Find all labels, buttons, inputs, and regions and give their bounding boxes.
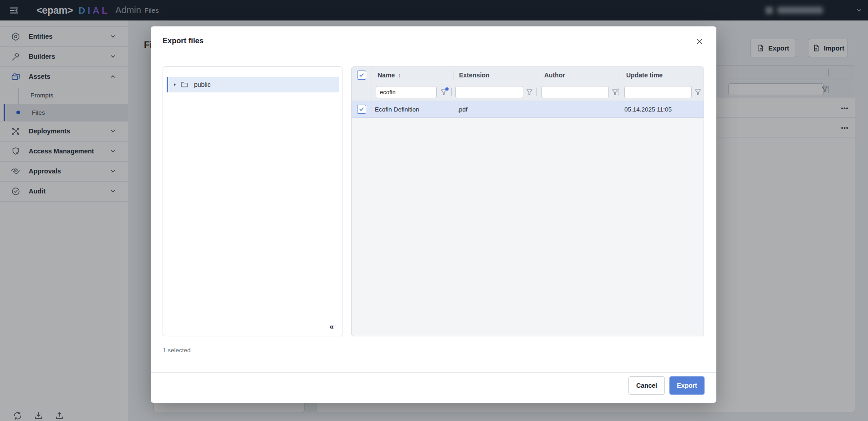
caret-right-icon[interactable] [173, 82, 177, 87]
header-checkbox-cell [352, 67, 372, 83]
filter-funnel-icon[interactable] [526, 88, 533, 96]
column-divider [539, 71, 539, 79]
sort-ascending-icon[interactable]: ↑ [398, 72, 401, 79]
check-icon [359, 107, 364, 112]
row-checkbox-cell [352, 101, 372, 117]
column-divider [536, 88, 537, 96]
table-row-ecofin-definition[interactable]: Ecofin Definition .pdf 05.14.2025 11:05 [352, 101, 704, 118]
folder-tree-panel: public « [163, 66, 342, 336]
table-header-row: Name ↑ Extension Author Update time [352, 67, 704, 83]
filter-funnel-active-icon[interactable] [440, 88, 448, 96]
column-header-extension[interactable]: Extension [459, 67, 490, 83]
author-filter-input[interactable] [541, 86, 609, 98]
filter-funnel-icon[interactable] [694, 88, 702, 96]
select-all-checkbox[interactable] [357, 71, 366, 80]
app-root: <epam> DIAL Admin Files Entities [0, 0, 868, 421]
cell-name: Ecofin Definition [375, 101, 419, 118]
modal-files-table: Name ↑ Extension Author Update time [351, 66, 704, 336]
cancel-button[interactable]: Cancel [628, 376, 665, 395]
row-checkbox[interactable] [357, 105, 366, 114]
update-time-filter-input[interactable] [624, 86, 692, 98]
column-header-author[interactable]: Author [544, 67, 565, 83]
folder-icon [180, 81, 189, 89]
export-button[interactable]: Export [669, 376, 705, 395]
column-header-name[interactable]: Name ↑ [378, 67, 401, 83]
tree-node-public[interactable]: public [167, 77, 339, 92]
active-filter-dot [445, 87, 449, 91]
extension-filter-input[interactable] [455, 86, 523, 98]
name-filter-input[interactable] [376, 86, 437, 98]
cell-update-time: 05.14.2025 11:05 [624, 101, 672, 118]
selected-count: 1 selected [163, 347, 191, 354]
column-header-update-time[interactable]: Update time [626, 67, 663, 83]
close-icon[interactable] [694, 36, 705, 46]
modal-title: Export files [163, 36, 204, 45]
filter-funnel-icon[interactable] [611, 88, 619, 96]
column-divider [454, 71, 454, 79]
column-divider [621, 71, 621, 79]
filter-checkbox-cell [352, 83, 372, 101]
modal-footer: Cancel Export [151, 372, 716, 403]
column-divider [618, 88, 619, 96]
check-icon [359, 72, 364, 78]
export-files-modal: Export files public « [151, 26, 716, 403]
cell-extension: .pdf [457, 101, 468, 118]
collapse-panel-button[interactable]: « [330, 322, 334, 331]
column-divider [451, 88, 452, 96]
tree-node-label: public [194, 81, 211, 88]
table-filter-row [352, 83, 704, 101]
